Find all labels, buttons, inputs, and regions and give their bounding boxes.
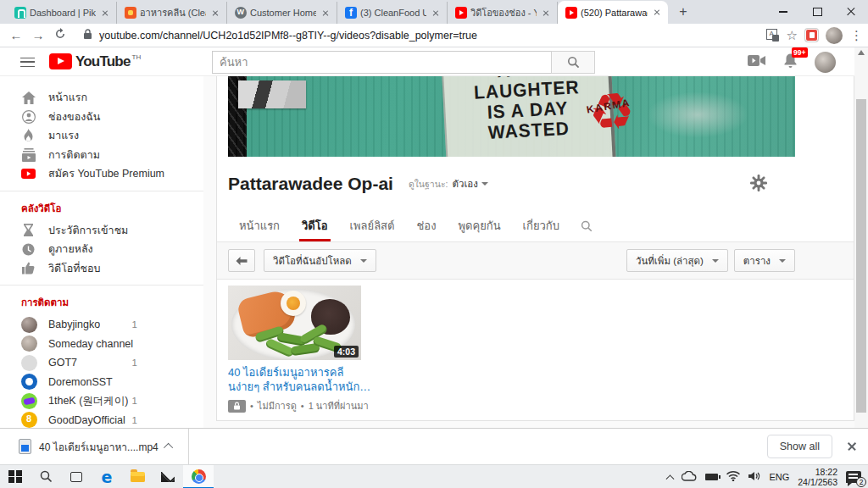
tab-videos[interactable]: วิดีโอ: [291, 210, 339, 241]
sidebar-channel-gooddayofficial[interactable]: GoodDayOfficial 1: [0, 411, 203, 429]
video-card[interactable]: 4:03 40 ไอเดียร์เมนูอาหารคลีนง่ายๆ สำหรั…: [228, 286, 374, 413]
wifi-icon[interactable]: [726, 469, 740, 485]
tab-about[interactable]: เกี่ยวกับ: [512, 210, 570, 241]
back-button[interactable]: [228, 249, 255, 272]
scroll-up-arrow-icon[interactable]: [858, 50, 865, 55]
notifications-bell-icon[interactable]: 99+: [783, 53, 798, 72]
taskbar-clock[interactable]: 18:22 24/1/2563: [798, 467, 837, 487]
page-scrollbar[interactable]: [854, 47, 868, 428]
new-videos-count: 1: [132, 415, 137, 425]
file-explorer-button[interactable]: [122, 465, 153, 488]
sidebar-channel-doremonsst[interactable]: DoremonSST: [0, 373, 203, 392]
youtube-profile-avatar[interactable]: [815, 52, 836, 73]
tab-channels[interactable]: ช่อง: [406, 210, 448, 241]
sidebar-item-my-channel[interactable]: ช่องของฉัน: [0, 108, 203, 127]
tab-title: Customer Home ‹ CL: [250, 8, 316, 18]
browser-tab-facebook[interactable]: (3) CleanFood Uthait: [337, 2, 448, 24]
karma-recycle-graphic: ♻ KARMA: [570, 76, 654, 157]
translate-icon[interactable]: [766, 29, 779, 42]
volume-icon[interactable]: [748, 469, 760, 485]
new-videos-count: 1: [132, 319, 137, 330]
window-restore-button[interactable]: [800, 0, 834, 24]
tray-expand-icon[interactable]: [666, 474, 675, 483]
sidebar-channel-someday[interactable]: Someday channel: [0, 335, 203, 354]
tab-close-icon[interactable]: [540, 7, 552, 19]
sidebar-channel-babyjingko[interactable]: Babyjingko 1: [0, 315, 203, 335]
onedrive-cloud-icon[interactable]: [682, 469, 697, 485]
task-view-button[interactable]: [61, 465, 92, 488]
view-as-dropdown[interactable]: ตัวเอง: [452, 176, 477, 191]
mail-button[interactable]: [153, 465, 183, 488]
fire-icon: [21, 129, 36, 143]
tab-close-icon[interactable]: [430, 7, 442, 19]
sidebar-item-home[interactable]: หน้าแรก: [0, 88, 203, 108]
tab-close-icon[interactable]: [209, 7, 221, 19]
browser-menu-icon[interactable]: ⋮: [850, 28, 863, 43]
url-field[interactable]: youtube.com/channel/UCH2o1d52IPMf8--g8TI…: [99, 30, 766, 42]
browser-tab-youtube-videos[interactable]: วิดีโอของช่อง - YouTub: [448, 2, 558, 24]
upload-video-icon[interactable]: [748, 54, 766, 70]
bookmark-star-icon[interactable]: ☆: [787, 28, 798, 43]
browser-tab-piktochart[interactable]: Dashboard | Piktocha: [7, 2, 117, 24]
sidebar-item-watch-later[interactable]: ดูภายหลัง: [0, 240, 203, 259]
new-tab-button[interactable]: +: [673, 2, 693, 22]
youtube-favicon-icon: [455, 7, 467, 19]
sidebar-item-subscriptions[interactable]: การติดตาม: [0, 146, 203, 165]
chrome-button[interactable]: [183, 465, 214, 488]
tab-close-icon[interactable]: [320, 7, 331, 19]
uploads-filter-dropdown[interactable]: วิดีโอที่ฉันอัปโหลด: [264, 249, 376, 272]
channel-search-icon[interactable]: [570, 210, 603, 241]
sort-dropdown[interactable]: วันที่เพิ่ม (ล่าสุด): [626, 249, 728, 272]
search-input[interactable]: [212, 51, 551, 74]
extension-icon[interactable]: [805, 29, 818, 42]
sidebar-subscriptions-header: การติดตาม: [0, 293, 203, 315]
sidebar-item-youtube-premium[interactable]: สมัคร YouTube Premium: [0, 164, 203, 184]
sidebar-item-history[interactable]: ประวัติการเข้าชม: [0, 221, 203, 241]
window-minimize-button[interactable]: [766, 0, 800, 24]
https-lock-icon[interactable]: [83, 28, 92, 43]
download-bar-close-icon[interactable]: [846, 441, 858, 452]
sidebar-item-liked-videos[interactable]: วิดีโอที่ชอบ: [0, 259, 203, 279]
show-all-downloads-button[interactable]: Show all: [767, 435, 832, 458]
channel-settings-gear-icon[interactable]: [750, 175, 767, 195]
chevron-up-icon[interactable]: [164, 443, 173, 452]
browser-profile-avatar[interactable]: [826, 27, 843, 44]
tab-home[interactable]: หน้าแรก: [228, 210, 291, 241]
edge-button[interactable]: e: [92, 465, 122, 488]
downloaded-file-chip[interactable]: 40 ไอเดียร์เมนูอาหา....mp4: [19, 439, 173, 455]
tab-close-icon[interactable]: [99, 7, 111, 19]
forward-icon[interactable]: →: [27, 28, 49, 42]
cleanfood-favicon-icon: [125, 7, 136, 19]
browser-tab-cleanfood-search[interactable]: อาหารคลีน (Clean Foo: [117, 2, 227, 24]
tab-playlists[interactable]: เพลย์ลิสต์: [339, 210, 406, 241]
browser-tab-wordpress[interactable]: Customer Home ‹ CL: [227, 2, 337, 24]
language-indicator[interactable]: ENG: [769, 472, 789, 482]
guide-menu-icon[interactable]: [20, 58, 35, 67]
youtube-play-icon: [49, 53, 72, 69]
battery-icon[interactable]: [705, 474, 718, 480]
video-title-link[interactable]: 40 ไอเดียร์เมนูอาหารคลีนง่ายๆ สำหรับคนลด…: [228, 365, 372, 394]
private-lock-icon: [228, 400, 246, 413]
search-button[interactable]: [551, 51, 595, 74]
reload-icon[interactable]: [49, 28, 71, 42]
task-view-icon: [70, 472, 82, 482]
tab-title: อาหารคลีน (Clean Foo: [140, 5, 206, 20]
layout-dropdown[interactable]: ตาราง: [734, 249, 795, 272]
taskbar-search-button[interactable]: [31, 465, 61, 488]
browser-tab-active-channel[interactable]: (520) Pattarawadee O: [558, 1, 668, 24]
window-close-button[interactable]: [834, 0, 868, 24]
channel-avatar: [21, 393, 37, 409]
scrollbar-thumb[interactable]: [856, 99, 866, 413]
back-icon[interactable]: ←: [5, 28, 27, 42]
action-center-icon[interactable]: 2: [846, 471, 861, 483]
tab-close-icon[interactable]: [651, 7, 663, 19]
sidebar-item-trending[interactable]: มาแรง: [0, 126, 203, 146]
video-thumbnail[interactable]: 4:03: [228, 286, 361, 360]
sidebar-channel-got7[interactable]: GOT7 1: [0, 353, 203, 373]
youtube-logo[interactable]: YouTube TH: [49, 53, 141, 69]
sidebar-channel-1thek[interactable]: 1theK (원더케이) 1: [0, 391, 203, 411]
tab-discussion[interactable]: พูดคุยกัน: [447, 210, 511, 241]
start-button[interactable]: [0, 465, 31, 488]
notification-count-badge: 2: [856, 477, 866, 487]
youtube-page: YouTube TH 99+: [0, 47, 868, 428]
